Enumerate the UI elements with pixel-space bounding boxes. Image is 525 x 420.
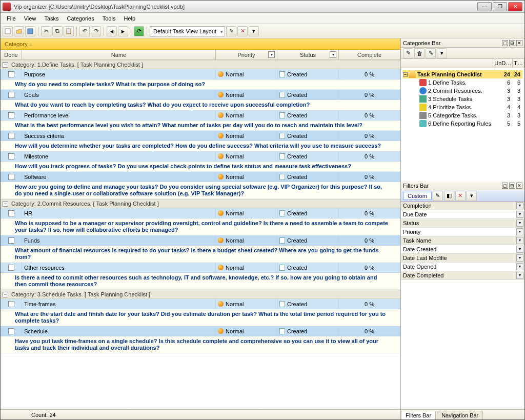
filter-row[interactable]: Task Name▾ <box>401 236 524 245</box>
chevron-down-icon[interactable]: ▾ <box>330 51 336 58</box>
filter-row[interactable]: Due Date▾ <box>401 210 524 219</box>
task-row[interactable]: ScheduleNormalCreated0 % <box>1 326 400 336</box>
filter-row[interactable]: Date Created▾ <box>401 245 524 254</box>
task-row[interactable]: Success criteriaNormalCreated0 % <box>1 131 400 141</box>
panel-menu-icon[interactable]: ▢ <box>502 183 508 189</box>
new-icon[interactable] <box>3 26 13 36</box>
maximize-button[interactable]: ❐ <box>493 2 507 11</box>
done-checkbox[interactable] <box>8 133 14 139</box>
filter-eraser-icon[interactable]: ◧ <box>444 191 454 201</box>
col-name[interactable]: Name <box>22 50 216 59</box>
filter-dropdown-icon[interactable]: ▾ <box>467 191 477 201</box>
chevron-down-icon[interactable]: ▾ <box>268 51 275 58</box>
done-checkbox[interactable] <box>8 328 14 334</box>
panel-close-icon[interactable]: ✕ <box>516 40 522 46</box>
minimize-button[interactable]: — <box>477 2 492 11</box>
paste-icon[interactable]: 📋 <box>64 26 74 36</box>
chevron-down-icon[interactable]: ▾ <box>516 211 523 218</box>
chevron-down-icon[interactable]: ▾ <box>516 228 523 235</box>
category-row[interactable]: −Category: 2.Commit Resources. [ Task Pl… <box>1 199 400 208</box>
filter-row[interactable]: Completion▾ <box>401 202 524 210</box>
tree-root[interactable]: −Task Planning Checklist2424 <box>403 70 522 78</box>
custom-filter-button[interactable]: Custom <box>403 192 432 200</box>
filter-row[interactable]: Status▾ <box>401 219 524 228</box>
task-row[interactable]: Other resourcesNormalCreated0 % <box>1 263 400 273</box>
layout-dropdown-icon[interactable]: ▾ <box>249 26 259 36</box>
cut-icon[interactable]: ✂ <box>41 26 51 36</box>
save-icon[interactable] <box>25 26 35 36</box>
col-status[interactable]: Status▾ <box>277 50 339 59</box>
tree-item[interactable]: 6.Define Reporting Rules.55 <box>403 119 522 128</box>
tab-filters-bar[interactable]: Filters Bar <box>401 411 436 419</box>
category-row[interactable]: −Category: 3.Schedule Tasks. [ Task Plan… <box>1 290 400 299</box>
col-done[interactable]: Done <box>1 50 22 59</box>
task-row[interactable]: PurposeNormalCreated0 % <box>1 69 400 79</box>
done-checkbox[interactable] <box>8 92 14 98</box>
task-row[interactable]: FundsNormalCreated0 % <box>1 235 400 246</box>
done-checkbox[interactable] <box>8 112 14 118</box>
done-checkbox[interactable] <box>8 174 14 180</box>
open-icon[interactable] <box>14 26 24 36</box>
menu-file[interactable]: File <box>3 14 20 23</box>
menu-tasks[interactable]: Tasks <box>40 14 63 23</box>
filter-delete-icon[interactable]: ✕ <box>455 191 466 201</box>
done-checkbox[interactable] <box>8 71 14 77</box>
filter-row[interactable]: Priority▾ <box>401 228 524 236</box>
forward-icon[interactable]: ► <box>118 26 128 36</box>
done-checkbox[interactable] <box>8 237 14 244</box>
filter-wand-icon[interactable]: ✎ <box>433 191 443 201</box>
tree-item[interactable]: 5.Categorize Tasks.33 <box>403 111 522 119</box>
task-row[interactable]: MilestoneNormalCreated0 % <box>1 151 400 162</box>
done-checkbox[interactable] <box>8 210 14 216</box>
layout-selector[interactable]: Default Task View Layout <box>150 26 225 36</box>
col-complete[interactable]: Complete <box>339 50 400 59</box>
task-row[interactable]: Performance levelNormalCreated0 % <box>1 110 400 121</box>
chevron-down-icon[interactable]: ▾ <box>516 263 523 270</box>
refresh-icon[interactable]: ⟳ <box>134 26 144 36</box>
cat-edit-icon[interactable]: ✎ <box>426 48 436 58</box>
collapse-icon[interactable]: − <box>3 62 8 68</box>
redo-icon[interactable]: ↷ <box>91 26 101 36</box>
group-by-header[interactable]: Category <box>1 38 400 50</box>
panel-pin-icon[interactable]: ⊟ <box>509 40 515 46</box>
cat-filter-icon[interactable]: ▾ <box>437 48 447 58</box>
panel-menu-icon[interactable]: ▢ <box>502 40 508 46</box>
layout-delete-icon[interactable]: ✕ <box>237 26 248 36</box>
done-checkbox[interactable] <box>8 265 14 271</box>
close-button[interactable]: ✕ <box>508 2 522 11</box>
collapse-icon[interactable]: − <box>403 72 408 77</box>
cat-new-icon[interactable]: ✎ <box>403 48 413 58</box>
chevron-down-icon[interactable]: ▾ <box>516 237 523 244</box>
chevron-down-icon[interactable]: ▾ <box>516 219 523 227</box>
collapse-icon[interactable]: − <box>3 201 8 207</box>
category-row[interactable]: −Category: 1.Define Tasks. [ Task Planni… <box>1 60 400 69</box>
tree-item[interactable]: 4.Prioritize Tasks.44 <box>403 103 522 111</box>
chevron-down-icon[interactable]: ▾ <box>516 202 523 209</box>
filter-row[interactable]: Date Opened▾ <box>401 263 524 271</box>
panel-pin-icon[interactable]: ⊟ <box>509 183 515 189</box>
panel-close-icon[interactable]: ✕ <box>516 183 522 189</box>
chevron-down-icon[interactable]: ▾ <box>516 272 523 279</box>
task-row[interactable]: Time-framesNormalCreated0 % <box>1 299 400 309</box>
chevron-down-icon[interactable]: ▾ <box>516 246 523 253</box>
tree-item[interactable]: 2.Commit Resources.33 <box>403 87 522 95</box>
tab-navigation-bar[interactable]: Navigation Bar <box>437 411 483 419</box>
categories-tree[interactable]: −Task Planning Checklist24241.Define Tas… <box>401 68 524 181</box>
filter-row[interactable]: Date Last Modifie▾ <box>401 254 524 263</box>
undo-icon[interactable]: ↶ <box>79 26 90 36</box>
filter-row[interactable]: Date Completed▾ <box>401 271 524 280</box>
task-row[interactable]: GoalsNormalCreated0 % <box>1 90 400 100</box>
menu-tools[interactable]: Tools <box>98 14 120 23</box>
menu-help[interactable]: Help <box>119 14 139 23</box>
menu-categories[interactable]: Categories <box>63 14 98 23</box>
task-grid[interactable]: −Category: 1.Define Tasks. [ Task Planni… <box>1 60 400 409</box>
tree-item[interactable]: 1.Define Tasks.66 <box>403 78 522 87</box>
task-row[interactable]: HRNormalCreated0 % <box>1 208 400 218</box>
collapse-icon[interactable]: − <box>3 292 8 297</box>
col-priority[interactable]: Priority▾ <box>216 50 277 59</box>
copy-icon[interactable]: ⧉ <box>52 26 63 36</box>
tree-item[interactable]: 3.Schedule Tasks.33 <box>403 95 522 103</box>
wand-icon[interactable]: ✎ <box>226 26 236 36</box>
menu-view[interactable]: View <box>20 14 41 23</box>
done-checkbox[interactable] <box>8 153 14 159</box>
